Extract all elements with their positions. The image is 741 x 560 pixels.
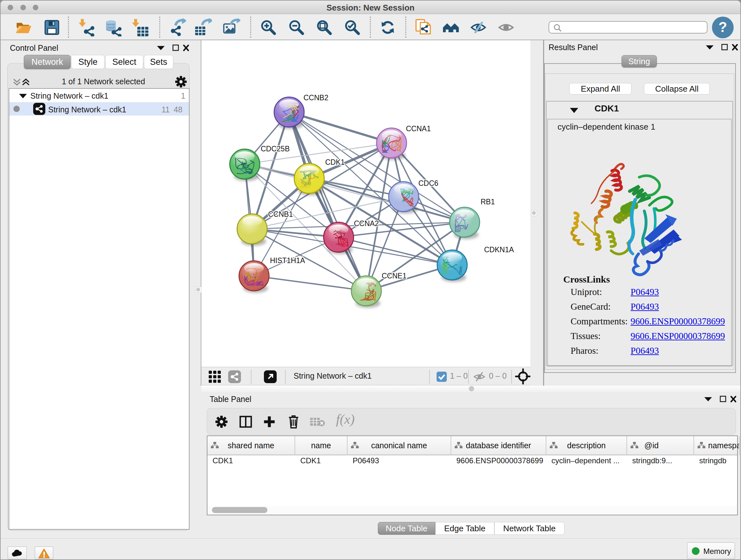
svg-text:RB1: RB1 [481, 198, 495, 206]
svg-text:CCNB2: CCNB2 [304, 94, 328, 102]
svg-text:HIST1H1A: HIST1H1A [270, 256, 306, 265]
svg-text:CCNE1: CCNE1 [382, 272, 407, 280]
svg-text:CCNB1: CCNB1 [268, 210, 293, 219]
svg-text:?: ? [719, 19, 727, 35]
svg-text:CDC6: CDC6 [418, 179, 439, 187]
svg-text:CDC25B: CDC25B [261, 145, 290, 153]
svg-text:CCNA1: CCNA1 [406, 125, 431, 133]
svg-text:CDKN1A: CDKN1A [484, 246, 514, 254]
svg-text:CCNA2: CCNA2 [354, 219, 379, 228]
svg-text:CDK1: CDK1 [325, 158, 345, 166]
